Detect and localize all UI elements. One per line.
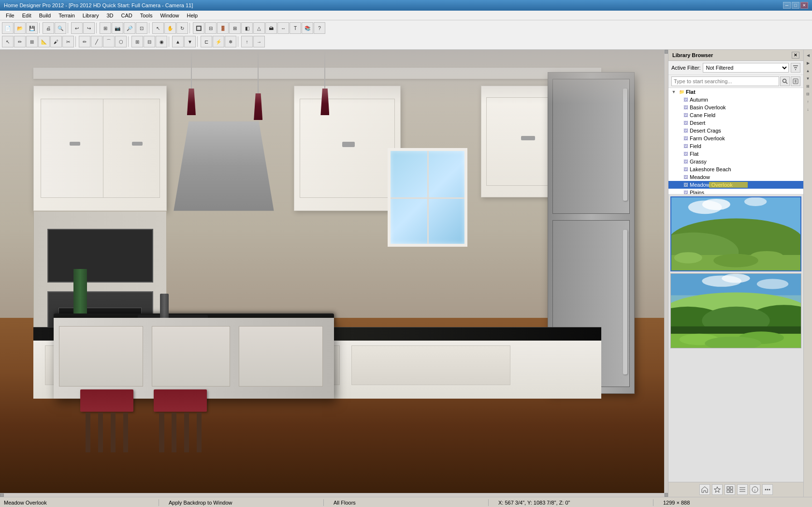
search-button[interactable] [780, 76, 790, 86]
preview-image-1[interactable] [670, 196, 801, 271]
filter-select[interactable]: Not Filtered [703, 63, 789, 73]
elec-tool[interactable]: ⚡ [213, 36, 224, 47]
help-btn[interactable]: ? [314, 22, 325, 34]
redo-button[interactable]: ↪ [83, 22, 95, 34]
zoom-in-button[interactable]: 🔎 [124, 22, 135, 34]
select-tool[interactable]: ↖ [2, 36, 14, 47]
terrain-button[interactable]: 🏔 [265, 22, 277, 34]
minimize-button[interactable]: ─ [783, 2, 791, 9]
line-tool[interactable]: ╱ [91, 36, 102, 47]
menu-tools[interactable]: Tools [136, 12, 157, 19]
preview-image-2[interactable] [670, 273, 801, 348]
menu-file[interactable]: File [2, 12, 18, 19]
menu-window[interactable]: Window [156, 12, 183, 19]
window-button[interactable]: ⊞ [229, 22, 241, 34]
right-icon-6[interactable]: ⊟ [805, 90, 812, 97]
dim-button[interactable]: ↔ [277, 22, 289, 34]
roof-button[interactable]: △ [253, 22, 265, 34]
save-button[interactable]: 💾 [26, 22, 38, 34]
library-tree[interactable]: ▼ 📁 Flat 🖼 Autumn 🖼 Basin Overlook 🖼 Can… [668, 88, 803, 194]
tree-item-flat[interactable]: 🖼 Flat [668, 150, 803, 158]
rotate-button[interactable]: ↻ [176, 22, 188, 34]
right-icon-5[interactable]: ⊞ [805, 83, 812, 89]
menu-help[interactable]: Help [183, 12, 202, 19]
snap-grid[interactable]: ⊞ [131, 36, 143, 47]
pan-button[interactable]: ✋ [164, 22, 176, 34]
arrow-right[interactable]: → [253, 36, 265, 47]
poly-tool[interactable]: ⬡ [115, 36, 127, 47]
camera-button[interactable]: 📷 [112, 22, 123, 34]
build-walls-button[interactable]: 🔲 [193, 22, 204, 34]
hvac-tool[interactable]: ❄ [225, 36, 236, 47]
library-list-view-button[interactable] [737, 484, 748, 495]
tree-item-basin-overlook[interactable]: 🖼 Basin Overlook [668, 104, 803, 111]
paint-tool[interactable]: 🖌 [50, 36, 62, 47]
tree-item-meadow[interactable]: 🖼 Meadow [668, 173, 803, 181]
door-button[interactable]: 🚪 [217, 22, 229, 34]
snap-endpoint[interactable]: ◉ [156, 36, 167, 47]
menu-cad[interactable]: CAD [117, 12, 136, 19]
right-icon-4[interactable]: ▼ [805, 75, 812, 82]
edit-tool[interactable]: ✏ [14, 36, 26, 47]
tree-item-field[interactable]: 🖼 Field [668, 142, 803, 150]
search-input[interactable] [671, 76, 779, 86]
floor-down[interactable]: ▼ [184, 36, 196, 47]
search-options-button[interactable] [791, 76, 800, 86]
print-preview-button[interactable]: 🔍 [55, 22, 66, 34]
panel-close-button[interactable]: ✕ [792, 52, 799, 59]
snap-wall[interactable]: ⊟ [144, 36, 155, 47]
library-info-button[interactable]: i [750, 484, 760, 495]
right-icon-7[interactable]: ↑ [805, 98, 812, 105]
library-favorites-button[interactable] [712, 484, 723, 495]
select-button[interactable]: ↖ [152, 22, 164, 34]
arc-tool[interactable]: ⌒ [103, 36, 115, 47]
right-icon-3[interactable]: ▲ [805, 67, 812, 74]
delete-tool[interactable]: ✂ [62, 36, 74, 47]
viewport-hscrollbar[interactable] [0, 493, 664, 497]
tree-item-meadow-overlook[interactable]: 🖼 Meadow Overlook [668, 181, 803, 189]
library-button[interactable]: 📚 [302, 22, 313, 34]
tree-item-cane-field[interactable]: 🖼 Cane Field [668, 111, 803, 119]
right-icon-8[interactable]: ↓ [805, 106, 812, 113]
close-button[interactable]: ✕ [800, 2, 808, 9]
open-button[interactable]: 📂 [14, 22, 26, 34]
tree-item-autumn[interactable]: 🖼 Autumn [668, 96, 803, 104]
arrow-up[interactable]: ↑ [241, 36, 253, 47]
library-options-button[interactable] [762, 484, 773, 495]
tree-item-plains[interactable]: 🖼 Plains [668, 189, 803, 194]
floor-up[interactable]: ▲ [172, 36, 184, 47]
tree-item-flat-folder[interactable]: ▼ 📁 Flat [668, 88, 803, 96]
viewport-3d[interactable] [0, 50, 668, 497]
new-button[interactable]: 📄 [2, 22, 14, 34]
library-grid-view-button[interactable] [725, 484, 735, 495]
build-room-button[interactable]: ⊟ [205, 22, 217, 34]
plan-view-button[interactable]: ⊞ [100, 22, 111, 34]
tree-item-desert-crags[interactable]: 🖼 Desert Crags [668, 127, 803, 134]
menu-build[interactable]: Build [35, 12, 55, 19]
undo-button[interactable]: ↩ [71, 22, 83, 34]
library-home-button[interactable] [699, 484, 710, 495]
zoom-fit-button[interactable]: ⊡ [136, 22, 147, 34]
right-icon-1[interactable]: ◀ [805, 52, 812, 59]
menu-terrain[interactable]: Terrain [55, 12, 79, 19]
stairs-button[interactable]: ◧ [241, 22, 253, 34]
pencil-tool[interactable]: ✏ [79, 36, 90, 47]
measure-tool[interactable]: 📐 [38, 36, 50, 47]
print-button[interactable]: 🖨 [43, 22, 54, 34]
window-controls[interactable]: ─ □ ✕ [783, 2, 808, 9]
tree-item-grassy[interactable]: 🖼 Grassy [668, 158, 803, 165]
viewport-vscrollbar[interactable] [664, 50, 668, 497]
menu-3d[interactable]: 3D [102, 12, 117, 19]
menu-edit[interactable]: Edit [18, 12, 35, 19]
menu-library[interactable]: Library [79, 12, 103, 19]
transform-tool[interactable]: ⊞ [26, 36, 38, 47]
tree-item-farm-overlook[interactable]: 🖼 Farm Overlook [668, 134, 803, 142]
tree-item-lakeshore-beach[interactable]: 🖼 Lakeshore Beach [668, 165, 803, 173]
filter-settings-button[interactable] [791, 63, 800, 73]
tree-item-desert[interactable]: 🖼 Desert [668, 119, 803, 127]
barstool-1 [80, 389, 134, 452]
maximize-button[interactable]: □ [792, 2, 799, 9]
right-icon-2[interactable]: ▶ [805, 60, 812, 66]
text-button[interactable]: T [290, 22, 301, 34]
pipe-tool[interactable]: ⊏ [201, 36, 212, 47]
